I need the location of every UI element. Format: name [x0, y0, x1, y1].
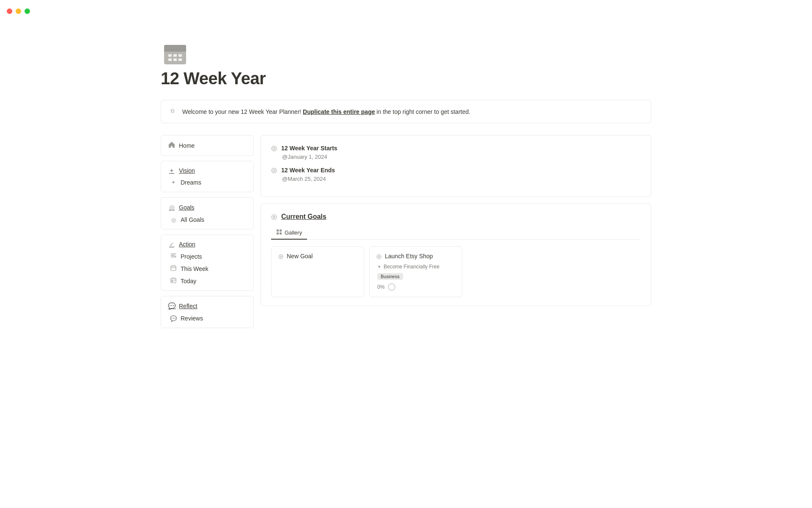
reviews-icon: 💬 [170, 315, 177, 322]
svg-rect-24 [277, 232, 279, 235]
etsy-goal-icon: ◎ [376, 253, 381, 260]
svg-text:⛭: ⛭ [170, 107, 176, 114]
goals-header: ◎ Current Goals [271, 213, 641, 221]
minimize-button[interactable] [16, 8, 21, 14]
today-icon [170, 277, 177, 284]
sidebar-item-reflect[interactable]: 💬 Reflect [168, 301, 247, 311]
svg-rect-22 [277, 229, 279, 232]
close-button[interactable] [7, 8, 12, 14]
sidebar-item-action[interactable]: ✓ Action [168, 240, 247, 248]
end-date: @March 25, 2024 [271, 176, 641, 182]
svg-rect-14 [172, 265, 173, 267]
svg-rect-20 [171, 280, 176, 280]
svg-rect-25 [280, 232, 282, 235]
svg-rect-6 [168, 58, 172, 61]
svg-rect-15 [174, 265, 175, 267]
goal-card-new-goal[interactable]: ◎ New Goal [271, 246, 364, 297]
reflect-icon: 💬 [168, 302, 176, 310]
dreams-icon: ✦ [170, 179, 177, 185]
sidebar-item-projects[interactable]: Projects [168, 251, 247, 261]
vision-icon: ✦ [168, 167, 176, 174]
sidebar-section-goals: ◎ Goals ◎ All Goals [161, 197, 254, 229]
welcome-text: Welcome to your new 12 Week Year Planner… [182, 108, 470, 115]
gallery-tab-label: Gallery [285, 229, 302, 236]
svg-rect-4 [173, 54, 177, 57]
sidebar-item-goals[interactable]: ◎ Goals [168, 203, 247, 212]
sidebar-item-this-week[interactable]: This Week [168, 263, 247, 273]
all-goals-icon: ◎ [170, 217, 177, 223]
sidebar-item-vision[interactable]: ✦ Vision [168, 166, 247, 175]
svg-rect-12 [171, 257, 175, 257]
page-title: 12 Week Year [161, 69, 651, 88]
svg-rect-5 [178, 54, 182, 57]
sidebar-item-today[interactable]: Today [168, 276, 247, 285]
svg-rect-21 [172, 281, 173, 282]
this-week-icon [170, 265, 177, 272]
etsy-goal-title-row: ◎ Launch Etsy Shop [376, 253, 455, 260]
titlebar [0, 0, 812, 22]
fullscreen-button[interactable] [25, 8, 30, 14]
svg-rect-23 [280, 229, 282, 232]
sidebar-item-reviews[interactable]: 💬 Reviews [168, 313, 247, 323]
start-date: @January 1, 2024 [271, 154, 641, 160]
main-content: 12 Week Year ⛭ Welcome to your new 12 We… [127, 22, 685, 362]
gallery-tabs: Gallery [271, 226, 641, 240]
svg-rect-2 [164, 48, 186, 52]
new-goal-title-row: ◎ New Goal [278, 253, 357, 260]
etsy-goal-sub-label: Become Financially Free [384, 264, 439, 270]
new-goal-icon: ◎ [278, 253, 283, 260]
etsy-sub-icon: ✦ [377, 264, 381, 270]
home-icon [168, 141, 176, 149]
etsy-progress-value: 0% [377, 284, 384, 290]
svg-rect-11 [171, 255, 175, 256]
goals-header-icon: ◎ [271, 213, 277, 221]
svg-rect-10 [171, 254, 176, 254]
goal-card-launch-etsy[interactable]: ◎ Launch Etsy Shop ✦ Become Financially … [369, 246, 462, 297]
banner-icon: ⛭ [169, 106, 177, 117]
sidebar-item-dreams[interactable]: ✦ Dreams [168, 177, 247, 187]
two-column-layout: Home ✦ Vision ✦ Dreams ◎ Goals [161, 135, 651, 328]
svg-rect-17 [171, 278, 176, 283]
sidebar: Home ✦ Vision ✦ Dreams ◎ Goals [161, 135, 254, 328]
etsy-goal-badge: Business [377, 273, 403, 280]
svg-rect-19 [174, 278, 175, 279]
start-label: 12 Week Year Starts [281, 145, 337, 152]
etsy-goal-progress: 0% [376, 283, 455, 291]
sidebar-item-home[interactable]: Home [168, 141, 247, 150]
gallery-tab[interactable]: Gallery [271, 226, 307, 240]
page-icon [161, 39, 651, 69]
goals-gallery: ◎ New Goal ◎ Launch Etsy Shop ✦ Become F… [271, 246, 641, 297]
gallery-icon [276, 229, 282, 236]
goals-icon: ◎ [168, 204, 176, 211]
sidebar-section-action: ✓ Action Projects [161, 235, 254, 291]
end-target-icon: ◎ [271, 166, 277, 174]
etsy-goal-sub: ✦ Become Financially Free [376, 264, 455, 270]
svg-rect-7 [173, 58, 177, 61]
welcome-banner: ⛭ Welcome to your new 12 Week Year Plann… [161, 100, 651, 123]
svg-rect-3 [168, 54, 172, 57]
info-card: ◎ 12 Week Year Starts @January 1, 2024 ◎… [261, 135, 651, 197]
new-goal-label: New Goal [287, 253, 313, 260]
sidebar-section-vision: ✦ Vision ✦ Dreams [161, 161, 254, 192]
etsy-goal-label: Launch Etsy Shop [385, 253, 433, 260]
sidebar-item-all-goals[interactable]: ◎ All Goals [168, 215, 247, 224]
duplicate-link[interactable]: Duplicate this entire page [303, 108, 375, 115]
svg-rect-18 [172, 278, 173, 279]
svg-rect-13 [171, 266, 176, 271]
projects-icon [170, 253, 177, 260]
sidebar-section-reflect: 💬 Reflect 💬 Reviews [161, 296, 254, 328]
goals-card: ◎ Current Goals [261, 204, 651, 306]
action-icon: ✓ [168, 241, 176, 248]
sidebar-section-home: Home [161, 135, 254, 156]
svg-rect-8 [178, 58, 182, 61]
svg-rect-16 [171, 268, 176, 268]
right-content: ◎ 12 Week Year Starts @January 1, 2024 ◎… [261, 135, 651, 306]
end-label: 12 Week Year Ends [281, 167, 335, 174]
current-goals-title: Current Goals [281, 213, 326, 221]
etsy-progress-circle [388, 283, 395, 291]
start-target-icon: ◎ [271, 144, 277, 152]
